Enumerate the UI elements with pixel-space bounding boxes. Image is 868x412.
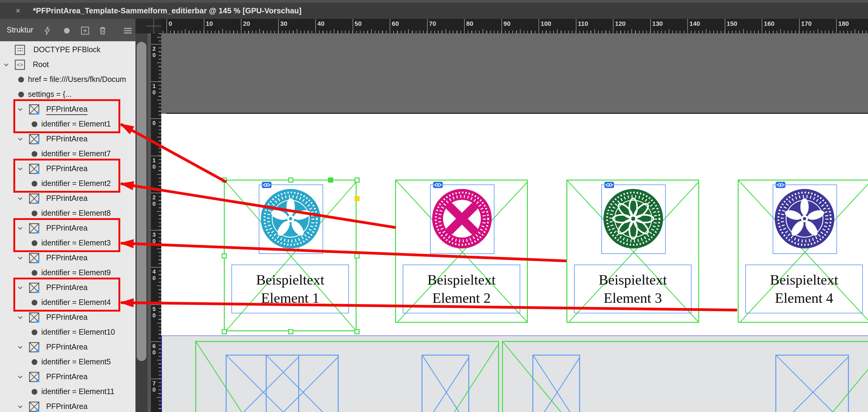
image-frame-Element1[interactable]	[259, 184, 323, 254]
tree-row-href-file-users-fkn-docum[interactable]: href = file:///Users/fkn/Docum	[0, 72, 135, 87]
linked-file-badge[interactable]	[262, 182, 272, 188]
tree-row-pfprintarea[interactable]: PFPrintArea	[0, 310, 135, 325]
tree-attribute-label: identifier = Element3	[41, 238, 111, 247]
text-frame-Element4[interactable]: BeispieltextElement 4	[745, 265, 863, 313]
tree-row-identifier-element1[interactable]: identifier = Element1	[0, 117, 135, 132]
delete-icon[interactable]	[97, 26, 108, 35]
vertical-ruler-label: 50	[152, 306, 160, 318]
selection-handle[interactable]	[354, 177, 360, 183]
selection-handle[interactable]	[288, 329, 293, 334]
chevron-down-icon[interactable]	[18, 286, 23, 290]
tree-row-pfprintarea[interactable]: PFPrintArea	[0, 340, 135, 355]
tree-row-identifier-element8[interactable]: identifier = Element8	[0, 206, 135, 221]
tree-row-pfprintarea[interactable]: PFPrintArea	[0, 280, 135, 295]
tree-attribute-label: href = file:///Users/fkn/Docum	[28, 75, 126, 84]
tab-close-icon[interactable]: ×	[16, 6, 20, 15]
tree-row-pfprintarea[interactable]: PFPrintArea	[0, 221, 135, 236]
chevron-down-icon[interactable]	[4, 63, 9, 67]
vertical-ruler-label: 10	[152, 157, 160, 170]
mandala-graphic-Element3	[602, 185, 664, 253]
tree-attribute-label: identifier = Element10	[41, 328, 115, 337]
tree-row-pfprintarea[interactable]: PFPrintArea	[0, 370, 135, 384]
panel-menu-icon[interactable]	[123, 26, 133, 35]
add-element-icon[interactable]	[80, 26, 90, 35]
linked-file-badge[interactable]	[604, 182, 614, 188]
scrollbar-thumb[interactable]	[137, 42, 146, 361]
chevron-down-icon[interactable]	[18, 226, 23, 230]
ruler-origin-corner[interactable]	[135, 19, 161, 33]
print-area-frame-Element4[interactable]: BeispieltextElement 4	[738, 180, 868, 323]
mandala-graphic-Element2	[431, 185, 493, 253]
live-corner-handle[interactable]	[354, 196, 360, 201]
svg-text:<>: <>	[17, 62, 23, 68]
chevron-down-icon[interactable]	[18, 167, 23, 171]
tree-node-label: PFPrintArea	[46, 283, 88, 292]
lightning-icon[interactable]	[42, 26, 53, 35]
chevron-down-icon[interactable]	[18, 345, 23, 349]
horizontal-ruler-tick-80	[464, 19, 465, 33]
bottom-content-frame-4[interactable]	[532, 355, 580, 412]
tree-row-identifier-element10[interactable]: identifier = Element10	[0, 325, 135, 340]
graphic-frame-icon	[29, 134, 39, 144]
horizontal-ruler-tick-10	[204, 19, 205, 33]
tree-row-identifier-element3[interactable]: identifier = Element3	[0, 236, 135, 250]
structure-panel-header: Struktur	[0, 19, 135, 41]
selection-handle[interactable]	[288, 177, 293, 183]
structure-tree-panel[interactable]: DOCTYPE PFBlock<>Roothref = file:///User…	[0, 41, 135, 412]
tree-row-identifier-element5[interactable]: identifier = Element5	[0, 355, 135, 370]
tree-row-identifier-element4[interactable]: identifier = Element4	[0, 295, 135, 310]
panel-canvas-divider[interactable]	[148, 33, 151, 412]
record-icon[interactable]	[62, 26, 72, 35]
tree-row-pfprintarea[interactable]: PFPrintArea	[0, 399, 135, 412]
chevron-down-icon[interactable]	[18, 375, 23, 379]
chevron-down-icon[interactable]	[18, 256, 23, 260]
tree-row-identifier-element9[interactable]: identifier = Element9	[0, 266, 135, 280]
structure-panel-title: Struktur	[7, 26, 33, 34]
print-area-frame-Element1[interactable]: BeispieltextElement 1	[224, 180, 356, 331]
tree-row-pfprintarea[interactable]: PFPrintArea	[0, 191, 135, 206]
linked-file-badge[interactable]	[433, 182, 443, 188]
chevron-down-icon[interactable]	[18, 197, 23, 201]
tree-row-pfprintarea[interactable]: PFPrintArea	[0, 102, 135, 117]
tree-row-pfprintarea[interactable]: PFPrintArea	[0, 132, 135, 146]
tree-row-identifier-element2[interactable]: identifier = Element2	[0, 176, 135, 191]
chevron-down-icon[interactable]	[18, 405, 23, 409]
structure-panel-scrollbar[interactable]	[135, 33, 148, 412]
chevron-down-icon[interactable]	[18, 137, 23, 141]
text-frame-Element2[interactable]: BeispieltextElement 2	[403, 265, 520, 313]
vertical-ruler[interactable]: 2010010203040506070	[151, 33, 162, 412]
bottom-content-frame-3[interactable]	[422, 355, 469, 412]
text-frame-Element1[interactable]: BeispieltextElement 1	[231, 265, 349, 313]
tree-row-pfprintarea[interactable]: PFPrintArea	[0, 162, 135, 176]
document-tab[interactable]: × *PFPrintArea_Template-Sammelform_editi…	[0, 3, 302, 19]
tree-row-doctype-pfblock[interactable]: DOCTYPE PFBlock	[0, 42, 135, 57]
tree-row-pfprintarea[interactable]: PFPrintArea	[0, 250, 135, 266]
bottom-content-frame-2[interactable]	[266, 355, 339, 412]
selection-handle[interactable]	[222, 329, 227, 334]
selection-handle[interactable]	[222, 177, 227, 183]
selection-reference-handle[interactable]	[328, 177, 333, 183]
print-area-frame-Element2[interactable]: BeispieltextElement 2	[395, 180, 528, 323]
horizontal-ruler-label: 140	[689, 20, 700, 27]
print-area-frame-Element3[interactable]: BeispieltextElement 3	[566, 180, 699, 323]
tree-row-settings-[interactable]: settings = {...	[0, 87, 135, 102]
document-canvas[interactable]: BeispieltextElement 1BeispieltextElement…	[161, 33, 868, 412]
selection-handle[interactable]	[222, 253, 227, 259]
tree-row-identifier-element11[interactable]: identifier = Element11	[0, 384, 135, 399]
tree-row-root[interactable]: <>Root	[0, 57, 135, 72]
linked-file-badge[interactable]	[776, 182, 785, 188]
tree-row-identifier-element7[interactable]: identifier = Element7	[0, 146, 135, 162]
horizontal-ruler[interactable]: 0102030405060708090100110120130140150160…	[161, 19, 868, 34]
second-row-group[interactable]	[161, 336, 868, 412]
graphic-frame-icon	[29, 372, 39, 382]
text-frame-Element3[interactable]: BeispieltextElement 3	[574, 265, 691, 313]
selection-handle[interactable]	[354, 329, 360, 334]
image-frame-Element4[interactable]	[773, 184, 837, 254]
image-frame-Element2[interactable]	[430, 184, 494, 254]
document-tab-title: *PFPrintArea_Template-Sammelform_editier…	[33, 6, 302, 15]
chevron-down-icon[interactable]	[18, 107, 23, 111]
chevron-down-icon[interactable]	[18, 315, 23, 319]
selection-handle[interactable]	[354, 253, 360, 259]
image-frame-Element3[interactable]	[601, 184, 666, 254]
bottom-content-frame-5[interactable]	[775, 355, 849, 412]
